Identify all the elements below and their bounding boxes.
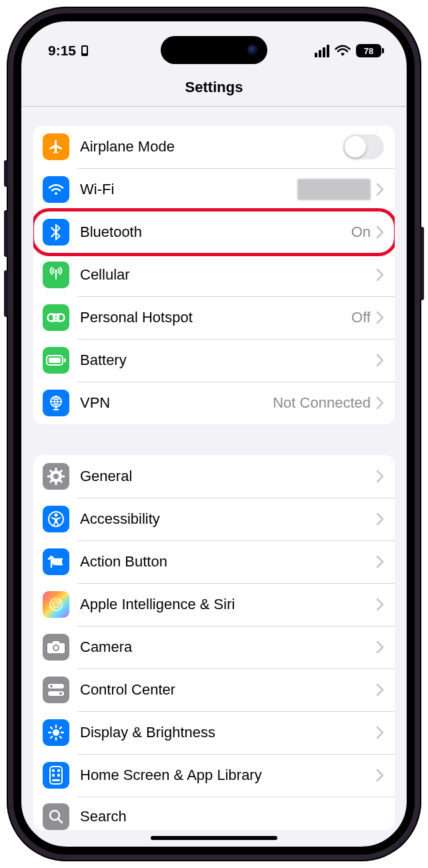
chevron-right-icon — [376, 396, 384, 410]
control-center-icon — [43, 677, 69, 703]
row-airplane-mode[interactable]: Airplane Mode — [33, 125, 395, 168]
svg-rect-7 — [64, 358, 66, 362]
svg-line-37 — [60, 727, 61, 729]
row-accessibility[interactable]: Accessibility — [33, 498, 395, 540]
chevron-right-icon — [376, 555, 384, 568]
chevron-right-icon — [376, 268, 384, 282]
row-label: Wi-Fi — [80, 181, 297, 198]
row-personal-hotspot[interactable]: Personal Hotspot Off — [33, 296, 395, 339]
row-label: Personal Hotspot — [80, 309, 351, 326]
svg-rect-13 — [47, 476, 51, 478]
row-display-brightness[interactable]: Display & Brightness — [33, 711, 395, 754]
row-battery[interactable]: Battery — [33, 339, 395, 382]
row-label: Camera — [80, 638, 376, 656]
front-camera — [247, 45, 258, 55]
row-bluetooth[interactable]: Bluetooth On — [33, 211, 395, 254]
airplane-toggle[interactable] — [343, 134, 384, 159]
chevron-right-icon — [376, 512, 384, 526]
svg-rect-43 — [52, 779, 60, 781]
chevron-right-icon — [376, 769, 384, 782]
side-button-vol-down — [4, 270, 8, 317]
chevron-right-icon — [376, 726, 384, 739]
chevron-right-icon — [376, 470, 384, 483]
home-screen-icon — [43, 762, 69, 789]
side-button-power — [420, 227, 424, 300]
row-label: VPN — [80, 394, 273, 412]
row-value: On — [351, 224, 371, 241]
row-cellular[interactable]: Cellular — [33, 254, 395, 296]
cellular-signal-icon — [315, 45, 329, 57]
row-label: Airplane Mode — [80, 138, 343, 155]
row-label: General — [80, 468, 376, 485]
chevron-right-icon — [376, 640, 384, 654]
status-time: 9:15 — [48, 43, 76, 59]
svg-rect-1 — [83, 47, 87, 53]
phone-frame: 9:15 78 — [7, 7, 421, 861]
search-icon — [43, 803, 69, 830]
row-label: Cellular — [80, 266, 376, 284]
svg-rect-11 — [55, 468, 57, 471]
settings-group-connectivity: Airplane Mode Wi-Fi — [33, 125, 395, 424]
svg-rect-39 — [52, 769, 55, 772]
accessibility-icon — [43, 506, 69, 532]
airplane-icon — [43, 133, 69, 160]
dynamic-island — [161, 36, 267, 64]
row-label: Display & Brightness — [80, 724, 376, 741]
wifi-settings-icon — [43, 176, 69, 203]
svg-rect-40 — [57, 769, 60, 772]
svg-point-21 — [50, 598, 62, 610]
svg-rect-38 — [50, 767, 62, 784]
svg-point-2 — [55, 270, 57, 272]
row-home-screen[interactable]: Home Screen & App Library — [33, 754, 395, 797]
row-label: Apple Intelligence & Siri — [80, 596, 376, 613]
battery-settings-icon — [43, 347, 69, 374]
cellular-icon — [43, 262, 69, 288]
row-apple-intelligence-siri[interactable]: Apple Intelligence & Siri — [33, 583, 395, 626]
battery-percent: 78 — [364, 46, 373, 56]
settings-group-device: General Accessibility — [33, 455, 395, 830]
row-action-button[interactable]: Action Button — [33, 540, 395, 583]
row-label: Control Center — [80, 681, 376, 699]
row-label: Bluetooth — [80, 224, 351, 241]
row-camera[interactable]: Camera — [33, 626, 395, 669]
svg-line-35 — [60, 737, 61, 738]
side-button-silence — [4, 160, 8, 187]
siri-icon — [43, 591, 69, 618]
chevron-right-icon — [376, 598, 384, 611]
svg-point-10 — [53, 474, 59, 479]
svg-rect-6 — [49, 358, 61, 363]
bluetooth-icon — [43, 219, 69, 246]
settings-content[interactable]: Airplane Mode Wi-Fi — [21, 107, 407, 847]
camera-icon — [43, 634, 69, 661]
phone-screen-bezel: 9:15 78 — [13, 13, 415, 855]
row-value: Not Connected — [273, 394, 371, 412]
svg-line-45 — [58, 819, 62, 823]
row-vpn[interactable]: VPN Not Connected — [33, 382, 395, 424]
side-button-vol-up — [4, 210, 8, 257]
chevron-right-icon — [376, 311, 384, 324]
svg-rect-41 — [52, 774, 55, 777]
svg-point-29 — [53, 729, 59, 736]
row-label: Action Button — [80, 553, 376, 570]
svg-rect-42 — [57, 774, 60, 777]
page-title: Settings — [21, 68, 407, 107]
vpn-icon — [43, 390, 69, 416]
svg-rect-14 — [61, 476, 65, 478]
brightness-icon — [43, 719, 69, 746]
row-label: Search — [80, 808, 384, 825]
orientation-lock-icon — [80, 45, 89, 57]
hotspot-icon — [43, 304, 69, 331]
svg-rect-12 — [55, 482, 57, 485]
svg-point-22 — [53, 601, 59, 608]
row-label: Home Screen & App Library — [80, 767, 376, 784]
svg-point-20 — [55, 514, 58, 517]
row-general[interactable]: General — [33, 455, 395, 498]
home-indicator[interactable] — [151, 836, 277, 840]
row-value: Off — [351, 309, 371, 326]
row-search[interactable]: Search — [33, 797, 395, 830]
wifi-icon — [335, 45, 351, 57]
row-label: Battery — [80, 352, 376, 369]
row-wifi[interactable]: Wi-Fi — [33, 168, 395, 211]
row-control-center[interactable]: Control Center — [33, 669, 395, 711]
wifi-network-redacted — [297, 179, 371, 200]
